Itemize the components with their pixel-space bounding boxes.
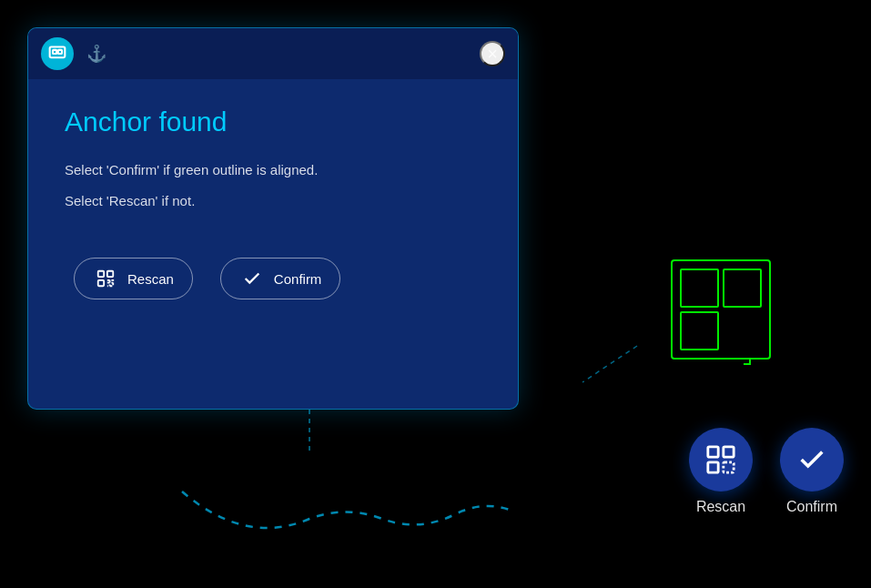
ar-confirm-group: Confirm xyxy=(780,428,844,515)
ar-buttons-container: Rescan Confirm xyxy=(689,428,844,515)
panel-main-icon xyxy=(41,37,74,70)
svg-line-1 xyxy=(582,346,637,382)
panel-instruction-1: Select 'Confirm' if green outline is ali… xyxy=(65,159,481,181)
svg-rect-8 xyxy=(708,447,718,457)
grid-cell-br xyxy=(723,311,762,350)
svg-rect-6 xyxy=(107,271,113,277)
ar-green-grid xyxy=(671,259,771,360)
ar-rescan-button[interactable] xyxy=(689,428,753,492)
anchor-icon: ⚓ xyxy=(86,44,106,64)
ar-rescan-icon xyxy=(705,444,736,475)
svg-rect-3 xyxy=(53,50,56,54)
confirm-label: Confirm xyxy=(274,271,322,287)
panel-instruction-2: Select 'Rescan' if not. xyxy=(65,190,481,212)
svg-rect-7 xyxy=(98,280,104,286)
rescan-label: Rescan xyxy=(127,271,174,287)
anchor-panel: ⚓ × Anchor found Select 'Confirm' if gre… xyxy=(27,27,519,410)
panel-body: Anchor found Select 'Confirm' if green o… xyxy=(28,79,518,318)
close-button[interactable]: × xyxy=(480,41,505,66)
svg-rect-11 xyxy=(724,462,734,472)
svg-rect-9 xyxy=(724,447,734,457)
grid-cell-tr xyxy=(723,269,762,308)
rescan-icon xyxy=(93,266,118,291)
confirm-checkmark-icon xyxy=(239,266,265,291)
confirm-button[interactable]: Confirm xyxy=(220,258,341,299)
svg-rect-4 xyxy=(58,50,62,54)
rescan-button[interactable]: Rescan xyxy=(74,258,193,299)
panel-titlebar: ⚓ × xyxy=(28,28,518,79)
ar-confirm-label: Confirm xyxy=(786,499,837,515)
grid-cell-tl xyxy=(680,269,719,308)
ar-confirm-icon xyxy=(796,444,827,475)
panel-actions: Rescan Confirm xyxy=(65,258,481,299)
panel-title: Anchor found xyxy=(65,106,481,137)
grid-cell-bl xyxy=(680,311,719,350)
svg-rect-10 xyxy=(708,462,718,472)
ar-green-grid-container xyxy=(671,259,771,369)
ar-rescan-group: Rescan xyxy=(689,428,753,515)
ar-confirm-button[interactable] xyxy=(780,428,844,492)
svg-rect-5 xyxy=(98,271,104,277)
ar-rescan-label: Rescan xyxy=(696,499,745,515)
